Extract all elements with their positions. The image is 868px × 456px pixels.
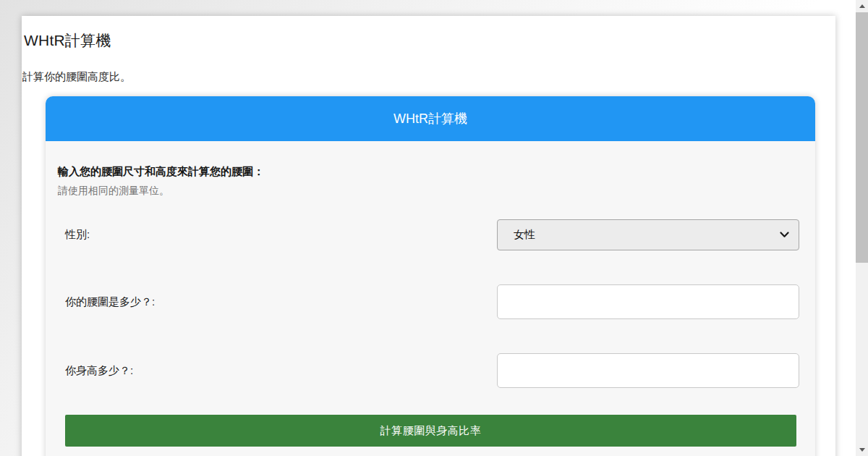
- vertical-scrollbar[interactable]: [856, 0, 868, 456]
- page-subtitle: 計算你的腰圍高度比。: [22, 70, 835, 84]
- scrollbar-up-button[interactable]: [856, 0, 868, 12]
- gender-row: 性別: 女性: [65, 219, 799, 250]
- chevron-down-icon: [780, 232, 789, 238]
- intro-note: 請使用相同的測量單位。: [46, 179, 815, 198]
- triangle-up-icon: [859, 4, 865, 8]
- page-title: WHtR計算機: [24, 30, 835, 51]
- page-container: WHtR計算機 計算你的腰圍高度比。 WHtR計算機 輸入您的腰圍尺寸和高度來計…: [22, 16, 835, 456]
- triangle-down-icon: [859, 448, 865, 452]
- height-input[interactable]: [497, 353, 799, 388]
- height-label: 你身高多少？:: [65, 364, 133, 378]
- scrollbar-thumb[interactable]: [856, 12, 868, 263]
- calculator-card-title: WHtR計算機: [393, 110, 467, 127]
- gender-select[interactable]: 女性: [497, 219, 799, 250]
- waist-row: 你的腰圍是多少？:: [65, 284, 799, 319]
- gender-select-value: 女性: [514, 228, 535, 242]
- height-row: 你身高多少？:: [65, 353, 799, 388]
- intro-instruction: 輸入您的腰圍尺寸和高度來計算您的腰圍：: [46, 141, 815, 179]
- whtr-calculator-card: WHtR計算機 輸入您的腰圍尺寸和高度來計算您的腰圍： 請使用相同的測量單位。 …: [46, 96, 815, 456]
- browser-viewport: WHtR計算機 計算你的腰圍高度比。 WHtR計算機 輸入您的腰圍尺寸和高度來計…: [0, 0, 868, 456]
- calculator-card-body: 輸入您的腰圍尺寸和高度來計算您的腰圍： 請使用相同的測量單位。 性別: 女性: [46, 141, 815, 456]
- waist-label: 你的腰圍是多少？:: [65, 295, 155, 309]
- calculate-button[interactable]: 計算腰圍與身高比率: [65, 415, 796, 447]
- calculator-card-header: WHtR計算機: [46, 96, 815, 141]
- gender-label: 性別:: [65, 228, 90, 242]
- waist-input[interactable]: [497, 284, 799, 319]
- scrollbar-down-button[interactable]: [856, 444, 868, 456]
